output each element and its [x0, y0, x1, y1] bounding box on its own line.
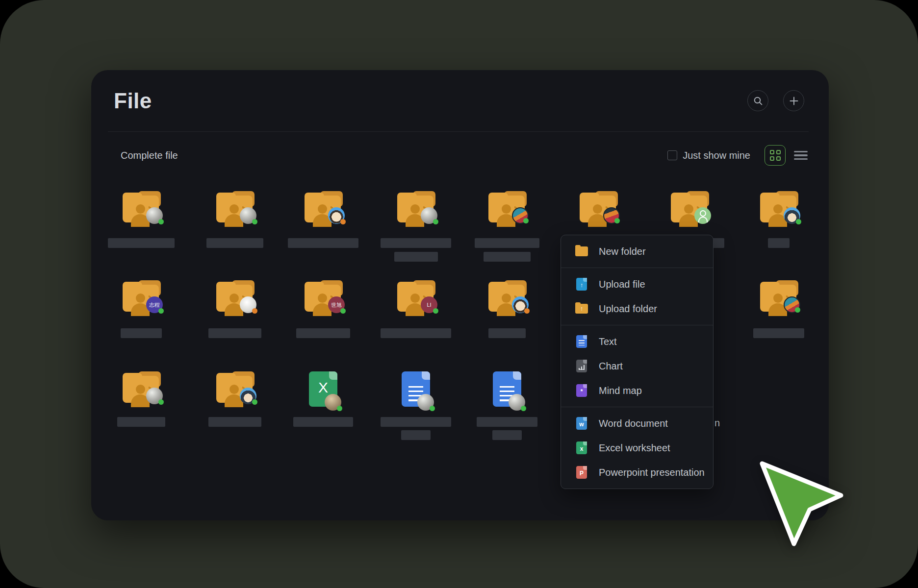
avatar: [421, 207, 437, 224]
menu-item-label: Excel worksheet: [599, 442, 670, 454]
chart-icon: [575, 360, 588, 372]
menu-item-label: Mind map: [599, 385, 642, 396]
avatar: [240, 296, 256, 313]
redacted-file-name: [484, 252, 531, 262]
person-silhouette: [136, 204, 145, 214]
menu-section: ↑Upload file↑Upload folder: [561, 268, 713, 325]
menu-item-chart[interactable]: Chart: [561, 354, 713, 378]
redacted-file-name: [477, 417, 537, 427]
redacted-file-name: [121, 328, 162, 338]
status-dot: [252, 399, 257, 405]
menu-item-label: Word document: [599, 418, 668, 429]
menu-item-label: Text: [599, 336, 617, 347]
menu-item-text[interactable]: Text: [561, 329, 713, 354]
redacted-file-name: [492, 430, 522, 440]
avatar: [509, 394, 525, 411]
redacted-file-name: [768, 238, 790, 248]
menu-item-powerpoint-presentation[interactable]: PPowerpoint presentation: [561, 460, 713, 485]
status-dot: [340, 308, 346, 314]
folder-item[interactable]: [200, 280, 270, 359]
new-folder-icon: [575, 246, 588, 256]
redacted-file-name: [381, 417, 451, 427]
person-silhouette: [773, 294, 783, 303]
redacted-file-name: [475, 238, 539, 248]
redacted-file-name: [206, 238, 263, 248]
mind-map-icon: *: [575, 384, 588, 397]
file-item[interactable]: X: [288, 371, 358, 450]
menu-item-label: Chart: [599, 361, 623, 372]
avatar: [240, 388, 256, 404]
avatar: [512, 296, 529, 313]
avatar: [603, 207, 620, 224]
menu-item-upload-folder[interactable]: ↑Upload folder: [561, 296, 713, 321]
menu-section: New folder: [561, 235, 713, 268]
person-silhouette: [230, 385, 239, 394]
avatar: LI: [421, 296, 437, 313]
menu-section: wWord documentxExcel worksheetPPowerpoin…: [561, 407, 713, 489]
avatar: [417, 394, 434, 411]
folder-item[interactable]: [106, 371, 177, 450]
person-silhouette: [136, 294, 145, 303]
folder-item[interactable]: [288, 191, 358, 270]
status-dot: [433, 308, 438, 314]
folder-item[interactable]: [200, 371, 270, 450]
status-dot: [795, 307, 800, 313]
folder-item[interactable]: [743, 280, 814, 359]
file-item[interactable]: [472, 371, 542, 450]
word-document-icon: w: [575, 417, 588, 430]
person-silhouette: [318, 204, 327, 214]
folder-item[interactable]: [472, 191, 542, 270]
menu-item-excel-worksheet[interactable]: xExcel worksheet: [561, 436, 713, 460]
context-menu: New folder↑Upload file↑Upload folderText…: [561, 235, 714, 489]
status-dot: [796, 219, 801, 224]
avatar: [240, 207, 256, 224]
redacted-file-name: [117, 417, 165, 427]
status-dot: [252, 308, 257, 314]
person-silhouette: [502, 294, 511, 303]
person-silhouette: [773, 204, 783, 214]
folder-item[interactable]: [200, 191, 270, 270]
excel-worksheet-icon: x: [575, 441, 588, 454]
status-dot: [433, 219, 438, 224]
menu-item-label: New folder: [599, 246, 646, 257]
menu-item-upload-file[interactable]: ↑Upload file: [561, 272, 713, 296]
person-silhouette: [318, 294, 327, 303]
redacted-file-name: [288, 238, 358, 248]
menu-item-label: Upload file: [599, 279, 645, 290]
person-silhouette: [410, 294, 420, 303]
folder-item[interactable]: LI: [381, 280, 451, 359]
avatar: [328, 207, 345, 224]
menu-item-new-folder[interactable]: New folder: [561, 239, 713, 264]
redacted-file-name: [108, 238, 175, 248]
text-icon: [575, 335, 588, 348]
status-dot: [252, 219, 257, 224]
powerpoint-presentation-icon: P: [575, 466, 588, 479]
menu-item-word-document[interactable]: wWord document: [561, 411, 713, 436]
folder-item[interactable]: [743, 191, 814, 270]
redacted-file-name: [753, 328, 804, 338]
folder-item[interactable]: [472, 280, 542, 359]
folder-item[interactable]: 志程: [106, 280, 177, 359]
avatar: 世旭: [328, 296, 345, 313]
status-dot: [158, 399, 164, 405]
folder-item[interactable]: 世旭: [288, 280, 358, 359]
avatar: 志程: [146, 296, 163, 313]
avatar: [784, 296, 800, 313]
avatar: [146, 388, 163, 404]
redacted-file-name: [394, 252, 438, 262]
avatar: [784, 207, 800, 224]
avatar: [512, 207, 529, 224]
menu-section: TextChart*Mind map: [561, 325, 713, 407]
file-item[interactable]: [381, 371, 451, 450]
menu-item-mind-map[interactable]: *Mind map: [561, 378, 713, 403]
menu-item-label: Upload folder: [599, 303, 657, 315]
redacted-file-name: [208, 328, 261, 338]
folder-item[interactable]: [381, 191, 451, 270]
status-dot: [614, 218, 620, 223]
status-dot: [521, 406, 526, 411]
folder-item[interactable]: [106, 191, 177, 270]
redacted-file-name: [488, 328, 526, 338]
person-silhouette: [593, 204, 602, 214]
status-dot: [340, 219, 346, 224]
status-dot: [158, 219, 164, 224]
